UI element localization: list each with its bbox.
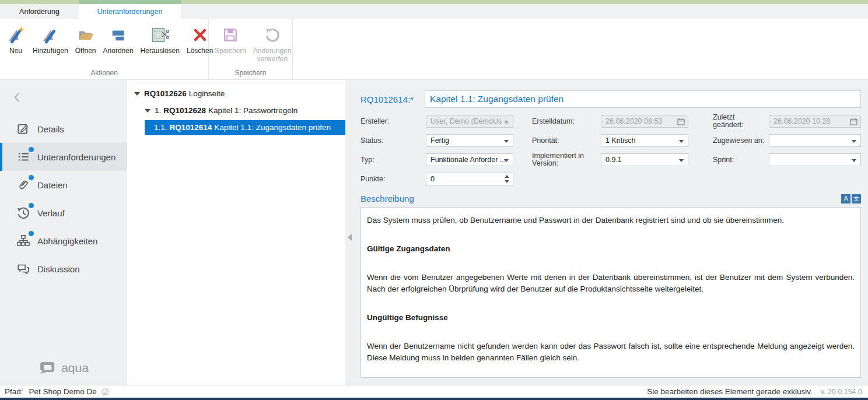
main-area: Details Unteranforderungen xyxy=(0,80,868,385)
status-select[interactable]: Fertig xyxy=(426,134,513,147)
chevron-down-icon xyxy=(504,140,509,143)
zuletzt-geaendert-field[interactable]: 26.06.2020 10:28 xyxy=(769,115,861,128)
field-label-ersteller: Ersteller: xyxy=(360,118,426,125)
sidebar-item-abhaengigkeiten[interactable]: Abhängigkeiten xyxy=(0,227,127,255)
expander-caret-icon[interactable] xyxy=(145,109,150,113)
active-tab-accent xyxy=(79,0,181,4)
description-heading-bold: Gültige Zugangsdaten xyxy=(367,243,855,255)
edit-icon xyxy=(16,122,30,136)
field-label-zuletzt-geaendert: Zuletzt geändert: xyxy=(713,114,769,129)
ribbon-group-label-aktionen: Aktionen xyxy=(0,69,208,77)
chevron-down-icon xyxy=(679,159,684,162)
chevron-down-icon xyxy=(504,159,509,162)
top-accent-strip xyxy=(0,0,868,4)
arrange-button[interactable]: Anordnen xyxy=(100,23,137,56)
title-input[interactable] xyxy=(425,90,861,108)
detach-button[interactable]: Herauslösen xyxy=(137,23,183,56)
calendar-icon xyxy=(677,118,685,125)
open-folder-icon xyxy=(76,24,96,45)
splitter-collapse-icon[interactable] xyxy=(348,234,352,241)
arrange-icon xyxy=(108,24,128,45)
description-heading-bold: Ungültige Befugnisse xyxy=(367,312,855,324)
delete-x-icon xyxy=(190,24,210,45)
field-label-erstelldatum: Erstelldatum: xyxy=(532,118,601,125)
path-value: Pet Shop Demo De xyxy=(29,387,97,396)
punkte-stepper[interactable]: 0 xyxy=(426,173,513,185)
description-header-row: Beschreibung A 文 xyxy=(360,194,861,203)
badge-dot xyxy=(29,203,34,208)
tree-item-rq1012628[interactable]: 1. RQ1012628 Kapitel 1: Passwortregeln xyxy=(127,102,345,119)
app-version: v. 20.0.154.0 xyxy=(821,388,862,396)
sidebar-item-details[interactable]: Details xyxy=(0,115,127,143)
add-wand-icon xyxy=(40,24,60,45)
hierarchy-icon xyxy=(16,234,30,248)
stepper-arrows[interactable] xyxy=(503,173,510,185)
discussion-icon xyxy=(16,262,30,276)
zugewiesen-an-select[interactable] xyxy=(769,134,861,147)
prioritaet-select[interactable]: 1 Kritisch xyxy=(601,134,688,147)
field-label-zugewiesen-an: Zugewiesen an: xyxy=(713,137,769,145)
status-bar: Pfad: Pet Shop Demo De Sie bearbeiten di… xyxy=(0,385,868,398)
field-label-typ: Typ: xyxy=(360,156,426,164)
open-button[interactable]: Öffnen xyxy=(72,23,100,56)
sidebar-item-diskussion[interactable]: Diskussion xyxy=(0,255,127,283)
description-paragraph: Wenn der Benutzername nicht gefunden wer… xyxy=(367,341,855,364)
aqua-logo-text: aqua xyxy=(61,361,89,375)
panel-splitter[interactable] xyxy=(345,80,355,385)
description-paragraph: Das System muss prüfen, ob Benutzername … xyxy=(367,215,855,226)
field-label-implementiert-in-version: Implementiert in Version: xyxy=(532,152,601,167)
tree-item-rq1012614[interactable]: 1.1. RQ1012614 Kapitel 1.1: Zugangsdaten… xyxy=(127,119,345,136)
save-floppy-icon xyxy=(220,24,240,45)
add-button[interactable]: Hinzufügen xyxy=(29,23,72,56)
sidebar: Details Unteranforderungen xyxy=(0,80,127,385)
chevron-down-icon xyxy=(852,159,856,162)
translate-lang-icon[interactable]: 文 xyxy=(852,194,861,203)
sprint-select[interactable] xyxy=(769,153,861,166)
aqua-logo-icon xyxy=(38,360,56,376)
undo-icon xyxy=(262,24,282,45)
field-label-punkte: Punkte: xyxy=(360,176,426,183)
step-up-icon xyxy=(505,175,509,178)
ribbon-toolbar: Neu Hinzufügen Öffnen xyxy=(0,19,868,80)
erstelldatum-field[interactable]: 26.06.2020 08:53 xyxy=(601,115,688,128)
detach-scissors-icon xyxy=(150,24,170,45)
badge-dot xyxy=(29,231,34,236)
ribbon-group-speichern: Speichern Änderungen verwerfen Speichern xyxy=(209,19,293,79)
sidebar-item-dateien[interactable]: Dateien xyxy=(0,171,127,199)
typ-select[interactable]: Funktionale Anforder ... xyxy=(426,153,513,166)
description-paragraph: Wenn die vom Benutzer angegebenen Werte … xyxy=(367,272,855,295)
list-icon xyxy=(16,150,30,164)
chevron-down-icon xyxy=(504,121,509,124)
field-label-status: Status: xyxy=(360,137,426,145)
tab-unteranforderungen[interactable]: Unteranforderungen xyxy=(79,4,181,19)
edit-path-icon[interactable] xyxy=(102,387,110,396)
sidebar-item-verlauf[interactable]: Verlauf xyxy=(0,199,127,227)
step-down-icon xyxy=(505,180,509,183)
requirements-tree: RQ1012626 Loginseite 1. RQ1012628 Kapite… xyxy=(127,80,345,385)
exclusive-edit-status: Sie bearbeiten dieses Element gerade exk… xyxy=(647,387,812,396)
path-label: Pfad: xyxy=(5,387,23,396)
translate-a-icon[interactable]: A xyxy=(841,194,850,203)
badge-dot xyxy=(29,175,34,180)
bottom-accent-bar xyxy=(0,398,868,400)
title-row: RQ1012614:* xyxy=(360,90,861,108)
tree-item-selected[interactable]: 1.1. RQ1012614 Kapitel 1.1: Zugangsdaten… xyxy=(145,120,345,135)
discard-changes-button[interactable]: Änderungen verwerfen xyxy=(250,23,295,64)
save-button[interactable]: Speichern xyxy=(211,23,250,56)
sidebar-collapse-button[interactable] xyxy=(13,92,24,103)
requirement-id-label: RQ1012614:* xyxy=(360,94,425,104)
sidebar-item-unteranforderungen[interactable]: Unteranforderungen xyxy=(0,143,127,171)
badge-dot xyxy=(29,147,34,152)
description-editor[interactable]: Das System muss prüfen, ob Benutzername … xyxy=(360,207,861,378)
tree-item-rq1012626[interactable]: RQ1012626 Loginseite xyxy=(127,85,345,102)
history-icon xyxy=(16,206,30,220)
ersteller-select[interactable]: User, Demo (DemoUs ... xyxy=(426,115,513,128)
tab-anforderung[interactable]: Anforderung xyxy=(0,4,79,19)
chevron-down-icon xyxy=(852,140,856,143)
new-button[interactable]: Neu xyxy=(2,23,29,56)
translate-buttons: A 文 xyxy=(841,194,861,203)
description-heading: Beschreibung xyxy=(360,194,414,203)
expander-caret-icon[interactable] xyxy=(134,92,140,96)
version-select[interactable]: 0.9.1 xyxy=(601,153,688,166)
field-label-sprint: Sprint: xyxy=(713,156,769,164)
